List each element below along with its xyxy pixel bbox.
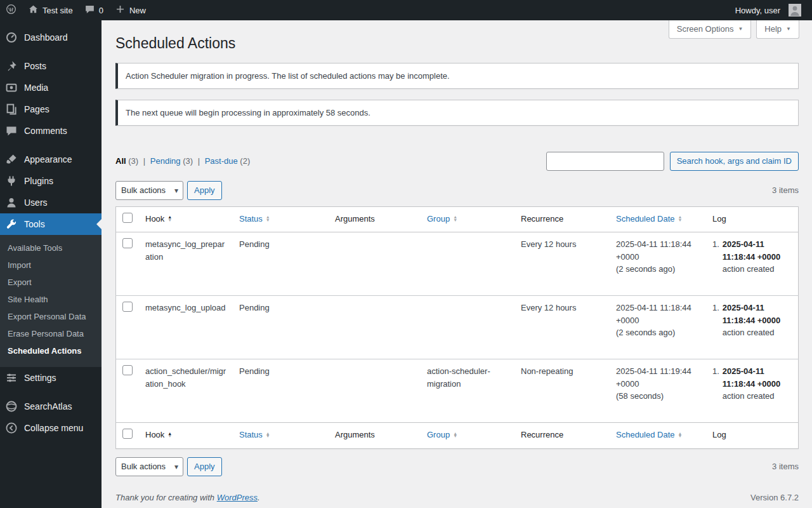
comments-menu[interactable]: 0 [79,0,109,20]
scheduled-date-cell: 2025-04-11 11:18:44 +0000 (2 seconds ago… [610,232,706,296]
sidebar-item-users[interactable]: Users [0,192,102,213]
sidebar-item-label: Pages [24,104,49,114]
sidebar-item-label: Appearance [24,154,72,164]
column-header-group[interactable]: Group ▲▼ [427,213,457,225]
recurrence-cell: Non-repeating [514,359,610,423]
sidebar-item-searchatlas[interactable]: SearchAtlas [0,396,102,417]
admin-footer: Thank you for creating with WordPress. V… [115,476,799,505]
submenu-item-site-health[interactable]: Site Health [0,291,102,308]
scheduled-date-cell: 2025-04-11 11:18:44 +0000 (2 seconds ago… [610,296,706,359]
table-row: metasync_log_preparation Pending Every 1… [116,232,799,296]
plug-icon [5,175,18,187]
sidebar-item-label: Dashboard [24,32,68,43]
search-input[interactable] [546,152,664,171]
status-cell: Pending [233,359,329,423]
sidebar-item-comments[interactable]: Comments [0,120,102,142]
group-cell [421,296,514,359]
row-checkbox[interactable] [122,302,133,312]
my-account-menu[interactable]: Howdy, user [730,4,807,17]
menu-separator [0,48,102,55]
apply-button[interactable]: Apply [187,181,222,200]
sidebar-item-tools[interactable]: Tools [0,213,102,235]
arguments-cell [329,296,421,359]
search-box: Search hook, args and claim ID [546,152,799,171]
log-cell: 1. 2025-04-11 11:18:44 +0000 action crea… [706,296,799,359]
apply-button[interactable]: Apply [187,457,222,476]
column-header-log: Log [712,430,726,439]
column-header-group[interactable]: Group ▲▼ [427,429,457,441]
arguments-cell [329,232,421,296]
sort-arrows-icon: ▲▼ [453,216,457,222]
notice-text: Action Scheduler migration in progress. … [126,71,450,81]
dashboard-icon [5,31,18,44]
submenu-item-import[interactable]: Import [0,257,102,274]
sidebar-item-label: Comments [24,126,67,136]
filter-separator: | [198,156,200,166]
sidebar-item-media[interactable]: Media [0,77,102,98]
sidebar-item-pages[interactable]: Pages [0,98,102,120]
sidebar-item-appearance[interactable]: Appearance [0,149,102,170]
column-header-hook[interactable]: Hook ▲▼ [145,429,172,441]
column-header-scheduled-date[interactable]: Scheduled Date ▲▼ [616,429,682,441]
new-content-menu[interactable]: New [109,0,152,20]
submenu-item-erase-personal-data[interactable]: Erase Personal Data [0,325,102,342]
scheduled-date-cell: 2025-04-11 11:19:44 +0000 (58 seconds) [610,359,706,423]
select-all-checkbox[interactable] [122,213,133,223]
column-header-status[interactable]: Status ▲▼ [239,213,270,225]
hook-cell: action_scheduler/migration_hook [139,359,233,423]
help-button[interactable]: Help ▼ [756,20,799,39]
sidebar-item-plugins[interactable]: Plugins [0,170,102,192]
log-cell: 1. 2025-04-11 11:18:44 +0000 action crea… [706,232,799,296]
bulk-actions-select[interactable]: Bulk actions [115,181,183,200]
plus-icon [115,4,126,17]
submenu-item-scheduled-actions[interactable]: Scheduled Actions [0,342,102,359]
sort-arrows-icon: ▲▼ [266,216,270,222]
search-button[interactable]: Search hook, args and claim ID [670,152,799,171]
column-header-scheduled-date[interactable]: Scheduled Date ▲▼ [616,213,682,225]
row-checkbox[interactable] [122,238,133,248]
sidebar-item-label: Media [24,83,48,93]
items-count: 3 items [772,185,799,195]
filter-past-due[interactable]: Past-due [205,156,238,166]
sort-arrows-icon: ▲▼ [678,432,683,438]
help-label: Help [764,24,782,34]
sort-arrows-icon: ▲▼ [453,432,457,438]
column-header-status[interactable]: Status ▲▼ [239,429,270,441]
screen-options-button[interactable]: Screen Options ▼ [669,20,752,39]
migration-notice: Action Scheduler migration in progress. … [115,63,799,89]
comments-count: 0 [99,6,103,15]
filter-pending-count: (3) [183,156,193,166]
sidebar-item-label: Posts [24,61,46,71]
collapse-arrow-icon [5,422,18,434]
select-all-checkbox[interactable] [122,429,133,439]
sidebar-item-posts[interactable]: Posts [0,55,102,77]
camera-icon [5,81,18,94]
filter-all[interactable]: All [115,156,126,166]
sidebar-item-settings[interactable]: Settings [0,367,102,389]
submenu-item-export-personal-data[interactable]: Export Personal Data [0,308,102,325]
site-name-label: Test site [43,6,73,15]
sidebar-item-label: Collapse menu [24,423,83,433]
row-checkbox[interactable] [122,365,133,375]
wordpress-link[interactable]: WordPress [217,493,258,502]
bulk-actions-select[interactable]: Bulk actions [115,457,183,476]
site-name-menu[interactable]: Test site [22,0,79,20]
sort-arrows-icon: ▲▼ [678,216,683,222]
wordpress-logo-menu[interactable] [0,0,22,20]
table-row: metasync_log_upload Pending Every 12 hou… [116,296,799,359]
hook-cell: metasync_log_upload [139,296,233,359]
scheduled-actions-table: Hook ▲▼ Status ▲▼ Arguments Group [115,206,799,449]
chevron-down-icon: ▼ [786,26,791,32]
submenu-item-export[interactable]: Export [0,274,102,291]
submenu-item-available-tools[interactable]: Available Tools [0,239,102,257]
log-cell: 1. 2025-04-11 11:18:44 +0000 action crea… [706,359,799,423]
filter-pending[interactable]: Pending [150,156,181,166]
collapse-menu-button[interactable]: Collapse menu [0,417,102,439]
admin-sidebar: Dashboard Posts Media Pages Comments [0,20,102,508]
sidebar-item-dashboard[interactable]: Dashboard [0,27,102,48]
wrench-icon [5,218,18,231]
sidebar-item-label: Users [24,197,48,208]
comments-bubble-icon [84,4,95,17]
column-header-hook[interactable]: Hook ▲▼ [145,213,172,225]
screen-options-label: Screen Options [677,24,734,34]
